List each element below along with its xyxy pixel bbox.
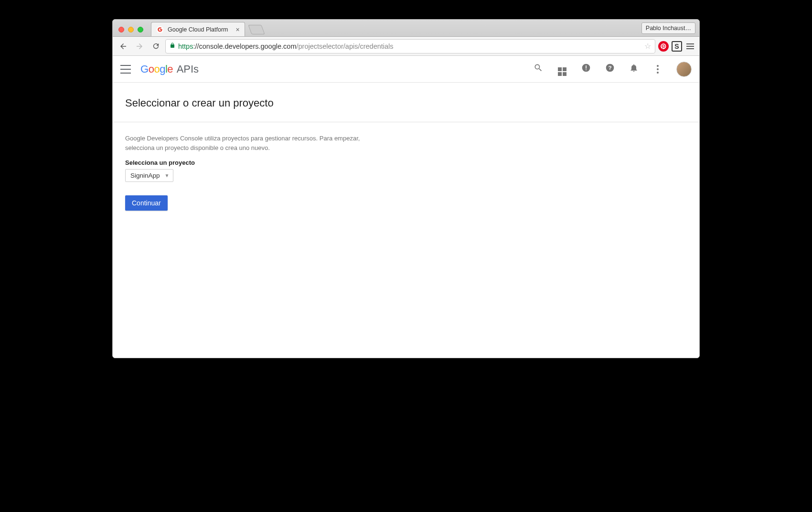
url-text: https://console.developers.google.com/pr…	[178, 43, 394, 50]
svg-text:?: ?	[608, 64, 611, 71]
gcp-header-right: ?	[533, 62, 692, 77]
window-maximize-icon[interactable]	[138, 27, 143, 32]
page-content: Google APIs ?	[113, 56, 699, 358]
tab-title: Google Cloud Platform	[168, 26, 228, 33]
tab-close-icon[interactable]: ×	[235, 26, 239, 33]
more-options-icon[interactable]	[652, 65, 663, 74]
chevron-down-icon: ▼	[165, 173, 170, 178]
bell-icon[interactable]	[629, 63, 639, 75]
project-select-value: SigninApp	[130, 172, 160, 179]
page-description: Google Developers Console utiliza proyec…	[125, 134, 374, 152]
avatar[interactable]	[676, 62, 692, 77]
browser-toolbar: https://console.developers.google.com/pr…	[113, 37, 699, 56]
lock-icon	[170, 42, 175, 50]
address-bar[interactable]: https://console.developers.google.com/pr…	[165, 39, 655, 53]
search-icon[interactable]	[533, 63, 544, 75]
browser-tab-strip: Google Cloud Platform × Pablo Inchaust…	[113, 20, 699, 37]
svg-rect-3	[586, 69, 587, 70]
bookmark-star-icon[interactable]: ☆	[644, 42, 651, 51]
pinterest-extension-icon[interactable]	[658, 41, 669, 52]
url-path: /projectselector/apis/credentials	[296, 43, 393, 50]
continue-button[interactable]: Continuar	[125, 195, 168, 211]
main-content: Seleccionar o crear un proyecto Google D…	[113, 83, 699, 220]
browser-menu-icon[interactable]	[685, 43, 695, 49]
window-controls	[117, 27, 147, 36]
project-field-label: Selecciona un proyecto	[125, 159, 687, 166]
browser-tab[interactable]: Google Cloud Platform ×	[151, 22, 245, 36]
hamburger-menu-icon[interactable]	[120, 65, 131, 74]
browser-profile-chip[interactable]: Pablo Inchaust…	[641, 22, 695, 34]
svg-rect-2	[586, 65, 587, 69]
divider	[113, 122, 699, 122]
profile-name: Pablo Inchaust…	[646, 25, 691, 32]
page-title: Seleccionar o crear un proyecto	[125, 97, 687, 109]
extension-s-icon[interactable]: S	[672, 41, 682, 52]
reload-button[interactable]	[149, 40, 162, 53]
tab-favicon-icon	[156, 26, 164, 33]
url-host: ://console.developers.google.com	[193, 43, 296, 50]
google-apis-logo[interactable]: Google APIs	[140, 63, 199, 75]
gift-icon[interactable]	[557, 63, 567, 76]
help-icon[interactable]: ?	[605, 63, 615, 75]
apis-label: APIs	[177, 63, 199, 75]
forward-button[interactable]	[133, 40, 146, 53]
back-button[interactable]	[117, 40, 130, 53]
gcp-header: Google APIs ?	[113, 56, 699, 83]
window-minimize-icon[interactable]	[128, 27, 134, 32]
url-scheme: https	[178, 43, 193, 50]
project-select[interactable]: SigninApp ▼	[125, 169, 173, 182]
new-tab-button[interactable]	[248, 25, 265, 34]
alert-icon[interactable]	[581, 63, 591, 75]
google-logo-icon: Google	[140, 63, 176, 75]
browser-window: Google Cloud Platform × Pablo Inchaust… …	[112, 19, 700, 358]
window-close-icon[interactable]	[118, 27, 124, 32]
